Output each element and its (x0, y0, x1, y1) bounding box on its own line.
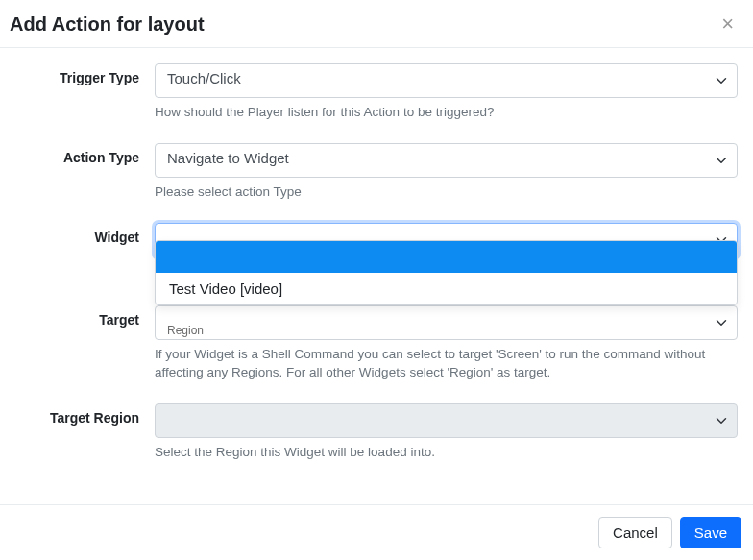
modal-footer: Cancel Save (0, 504, 753, 560)
widget-option-test-video[interactable]: Test Video [video] (156, 273, 737, 304)
select-action-type-value: Navigate to Widget (167, 150, 289, 166)
label-action-type: Action Type (15, 143, 155, 202)
save-button[interactable]: Save (680, 517, 741, 548)
help-target: If your Widget is a Shell Command you ca… (155, 346, 738, 382)
modal-title: Add Action for layout (10, 13, 205, 36)
add-action-modal: Add Action for layout × Trigger Type Tou… (0, 0, 753, 560)
widget-option-empty[interactable] (156, 241, 737, 273)
select-target-region[interactable] (155, 403, 738, 438)
label-trigger-type: Trigger Type (15, 63, 155, 122)
row-target-region: Target Region Select the Region this Wid… (15, 403, 738, 462)
select-target[interactable]: Region (155, 305, 738, 340)
modal-header: Add Action for layout × (0, 0, 753, 48)
select-action-type[interactable]: Navigate to Widget (155, 143, 738, 178)
row-trigger-type: Trigger Type Touch/Click How should the … (15, 63, 738, 122)
help-trigger-type: How should the Player listen for this Ac… (155, 104, 738, 122)
help-action-type: Please select action Type (155, 183, 738, 202)
label-target: Target (15, 305, 155, 382)
cancel-button[interactable]: Cancel (598, 517, 672, 548)
row-action-type: Action Type Navigate to Widget Please se… (15, 143, 738, 202)
help-target-region: Select the Region this Widget will be lo… (155, 444, 738, 462)
select-trigger-type-value: Touch/Click (167, 70, 241, 86)
select-trigger-type[interactable]: Touch/Click (155, 63, 738, 98)
widget-dropdown: Test Video [video] (155, 240, 738, 305)
close-button[interactable]: × (717, 13, 738, 35)
label-target-region: Target Region (15, 403, 155, 462)
select-target-value: Region (167, 324, 204, 337)
row-target: Target Region If your Widget is a Shell … (15, 305, 738, 382)
close-icon: × (721, 12, 734, 36)
label-widget: Widget (15, 223, 155, 257)
modal-body: Trigger Type Touch/Click How should the … (0, 48, 753, 504)
